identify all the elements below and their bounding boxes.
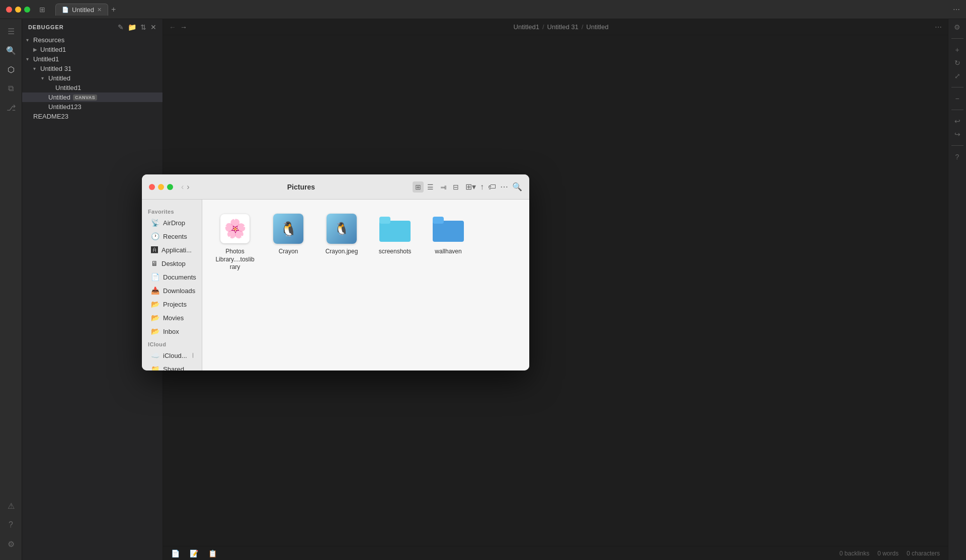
screenshots-label: screenshots	[379, 248, 412, 256]
finder-sidebar-item-desktop[interactable]: 🖥 Desktop	[145, 257, 199, 270]
finder-sidebar-label: Projects	[163, 301, 187, 308]
right-panel: ⚙ + ↻ ⤢ − ↩ ↪ ?	[948, 19, 966, 560]
new-file-icon[interactable]: ✎	[118, 23, 124, 31]
finder-sidebar-item-applications[interactable]: 🅰 Applicati...	[145, 243, 199, 256]
finder-search-button[interactable]: 🔍	[512, 182, 522, 192]
sidebar-title: debugger	[28, 24, 114, 30]
activity-explorer-icon[interactable]: ☰	[3, 23, 19, 39]
more-options-icon[interactable]: ⋯	[953, 6, 960, 14]
undo-icon[interactable]: ↩	[954, 117, 960, 125]
sidebar-item-untitled1-leaf[interactable]: ▶ Untitled1	[22, 83, 163, 92]
titlebar-icons: ⊞	[39, 6, 45, 14]
finder-sidebar-item-movies[interactable]: 📂 Movies	[145, 311, 199, 324]
finder-item-screenshots[interactable]: screenshots	[372, 210, 418, 274]
fullscreen-icon[interactable]: ⤢	[954, 72, 960, 80]
finder-share-button[interactable]: ↑	[480, 182, 484, 192]
sidebar-item-untitled31[interactable]: ▾ Untitled 31	[22, 64, 163, 73]
crayon-app-icon: 🐧	[272, 213, 304, 245]
finder-sidebar-item-downloads[interactable]: 📥 Downloads	[145, 284, 199, 297]
finder-tag-button[interactable]: 🏷	[488, 182, 496, 192]
file-text-icon[interactable]: 📝	[190, 549, 198, 557]
finder-forward-button[interactable]: ›	[187, 182, 189, 192]
finder-group-button[interactable]: ⊞▾	[465, 182, 476, 192]
gallery-view-button[interactable]: ⊟	[450, 181, 461, 193]
svg-rect-3	[433, 217, 444, 224]
finder-sidebar-item-shared[interactable]: 📁 Shared	[145, 362, 199, 370]
activity-issues-icon[interactable]: ⚠	[3, 498, 19, 514]
finder-item-photos-library[interactable]: 🌸 Photos Library....toslibrary	[212, 210, 258, 274]
sidebar-item-untitled1-root[interactable]: ▾ Untitled1	[22, 54, 163, 64]
activity-help-icon[interactable]: ?	[3, 517, 19, 533]
close-sidebar-icon[interactable]: ✕	[150, 23, 156, 31]
refresh-icon[interactable]: ↻	[954, 59, 960, 67]
close-button[interactable]	[6, 7, 12, 13]
separator-2	[951, 87, 963, 87]
finder-sidebar-item-inbox[interactable]: 📂 Inbox	[145, 325, 199, 338]
icon-view-button[interactable]: ⊞	[413, 181, 424, 193]
sidebar-toggle-icon[interactable]: ⊞	[39, 6, 45, 14]
column-view-button[interactable]: ⫥	[437, 181, 449, 193]
activity-git-icon[interactable]: ⎇	[3, 100, 19, 116]
applications-icon: 🅰	[151, 246, 158, 254]
finder-item-wallhaven[interactable]: wallhaven	[426, 210, 471, 274]
finder-back-button[interactable]: ‹	[181, 182, 184, 192]
separator-3	[951, 110, 963, 110]
finder-body: Favorites 📡 AirDrop 🕐 Recents 🅰 Applicat…	[142, 200, 529, 370]
finder-sidebar-label: Shared	[163, 365, 184, 371]
finder-item-crayon-jpeg[interactable]: 🐧 Crayon.jpeg	[319, 210, 364, 274]
finder-maximize-button[interactable]	[167, 184, 173, 190]
sidebar-item-untitled123[interactable]: ▶ Untitled123	[22, 102, 163, 112]
sidebar-item-untitled[interactable]: ▾ Untitled	[22, 73, 163, 83]
sidebar-item-untitled1-collapsed[interactable]: ▶ Untitled1	[22, 45, 163, 54]
zoom-in-icon[interactable]: +	[955, 46, 959, 54]
activity-debug-icon[interactable]: ⬡	[3, 61, 19, 77]
svg-rect-0	[379, 221, 411, 242]
finder-minimize-button[interactable]	[158, 184, 164, 190]
sidebar-actions: ✎ 📁 ⇅ ✕	[118, 23, 156, 31]
breadcrumb-untitled[interactable]: Untitled	[586, 23, 608, 31]
finder-sidebar-item-documents[interactable]: 📄 Documents	[145, 270, 199, 284]
zoom-minus-icon[interactable]: −	[955, 95, 959, 103]
finder-content: 🌸 Photos Library....toslibrary 🐧 Crayon …	[202, 200, 529, 370]
sidebar-item-readme23[interactable]: ▶ README23	[22, 112, 163, 121]
finder-sidebar-item-recents[interactable]: 🕐 Recents	[145, 230, 199, 243]
activity-extensions-icon[interactable]: ⧉	[3, 80, 19, 97]
maximize-button[interactable]	[24, 7, 30, 13]
finder-item-crayon[interactable]: 🐧 Crayon	[266, 210, 311, 274]
finder-sidebar-item-icloud[interactable]: ☁️ iCloud...	[145, 349, 199, 362]
sort-icon[interactable]: ⇅	[140, 23, 146, 31]
breadcrumb-untitled31[interactable]: Untitled 31	[547, 23, 579, 31]
airdrop-icon: 📡	[151, 219, 159, 227]
redo-icon[interactable]: ↪	[954, 130, 960, 138]
back-arrow-icon[interactable]: ←	[169, 23, 176, 31]
tab-close-button[interactable]: ✕	[97, 7, 102, 13]
finder-sidebar-item-airdrop[interactable]: 📡 AirDrop	[145, 216, 199, 229]
more-icon[interactable]: ⋯	[935, 23, 942, 31]
activity-bar: ☰ 🔍 ⬡ ⧉ ⎇ ⚠ ? ⚙	[0, 19, 22, 560]
breadcrumb-untitled1[interactable]: Untitled1	[514, 23, 539, 31]
new-folder-icon[interactable]: 📁	[128, 23, 136, 31]
finder-sidebar-label: Desktop	[162, 260, 186, 267]
settings-icon[interactable]: ⚙	[954, 23, 960, 31]
activity-settings-icon[interactable]: ⚙	[3, 536, 19, 552]
characters-count: 0 characters	[907, 550, 940, 557]
finder-more-button[interactable]: ⋯	[500, 182, 508, 192]
file-code-icon[interactable]: 📋	[208, 549, 217, 557]
finder-close-button[interactable]	[149, 184, 155, 190]
file-icon[interactable]: 📄	[171, 549, 180, 557]
activity-search-icon[interactable]: 🔍	[3, 42, 19, 58]
finder-sidebar-item-projects[interactable]: 📂 Projects	[145, 298, 199, 311]
tab-untitled[interactable]: 📄 Untitled ✕	[55, 4, 108, 16]
downloads-icon: 📥	[151, 287, 159, 295]
list-view-button[interactable]: ☰	[425, 181, 436, 193]
editor-topbar: ← → Untitled1 / Untitled 31 / Untitled ⋯	[163, 19, 948, 35]
new-tab-button[interactable]: +	[111, 5, 116, 14]
forward-arrow-icon[interactable]: →	[180, 23, 187, 31]
canvas-badge: CANVAS	[73, 95, 97, 101]
help-icon[interactable]: ?	[955, 153, 959, 161]
minimize-button[interactable]	[15, 7, 21, 13]
chevron-down-icon: ▾	[26, 56, 32, 62]
photos-flower-icon: 🌸	[224, 218, 247, 239]
sidebar-item-resources[interactable]: ▾ Resources	[22, 35, 163, 45]
sidebar-item-untitled-canvas[interactable]: ▶ Untitled CANVAS	[22, 92, 163, 102]
